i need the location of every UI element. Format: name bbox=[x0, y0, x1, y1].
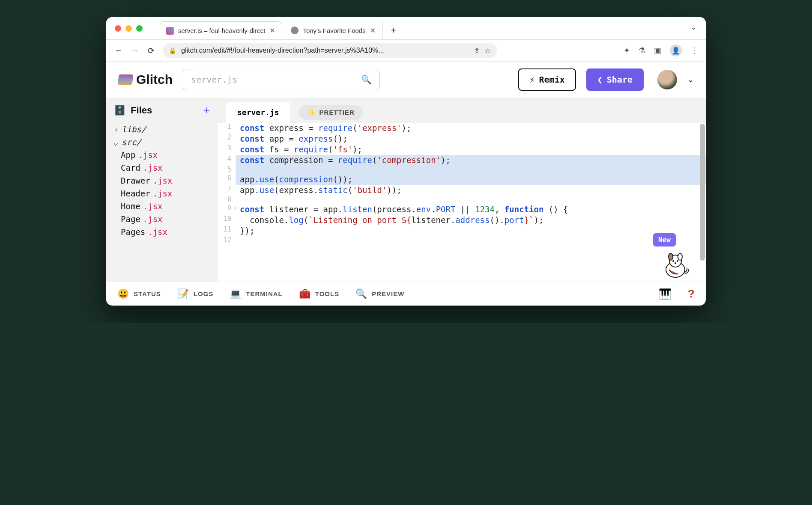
labs-icon[interactable]: ⚗ bbox=[639, 46, 645, 55]
code-line: 11}); bbox=[218, 226, 706, 236]
url-text: glitch.com/edit/#!/foul-heavenly-directi… bbox=[181, 47, 469, 54]
url-input[interactable]: 🔒 glitch.com/edit/#!/foul-heavenly-direc… bbox=[163, 43, 497, 58]
editor-tab-active[interactable]: server.js bbox=[226, 102, 290, 123]
toolbar-item-status[interactable]: 😃STATUS bbox=[117, 288, 161, 300]
code-line: 12 bbox=[218, 236, 706, 245]
line-number: 8 bbox=[218, 196, 236, 204]
code-line: 10 console.log(`Listening on port ${list… bbox=[218, 215, 706, 226]
share-button[interactable]: ❮ Share bbox=[586, 68, 644, 91]
back-button[interactable]: ← bbox=[114, 46, 123, 55]
toolbar-item-logs[interactable]: 📝LOGS bbox=[177, 288, 214, 300]
code-text[interactable]: app.use(compression()); bbox=[236, 174, 706, 185]
line-number: 11 bbox=[218, 226, 236, 236]
browser-window: server.js – foul-heavenly-direct ✕ Tony'… bbox=[106, 17, 706, 306]
sparkle-icon: ✨ bbox=[307, 109, 316, 116]
toolbar-item-preview[interactable]: 🔍PREVIEW bbox=[355, 288, 404, 300]
browser-tab-active[interactable]: server.js – foul-heavenly-direct ✕ bbox=[160, 21, 282, 39]
chevron-right-icon: › bbox=[113, 125, 119, 134]
new-badge[interactable]: New bbox=[653, 233, 676, 247]
piano-icon[interactable]: 🎹 bbox=[659, 288, 672, 300]
tabs-dropdown-icon[interactable]: ⌄ bbox=[691, 23, 696, 31]
code-text[interactable]: console.log(`Listening on port ${listene… bbox=[236, 215, 706, 226]
browser-action-icons: ✦ ⚗ ▣ 👤 ⋮ bbox=[624, 45, 698, 56]
file-item[interactable]: App.jsx bbox=[106, 149, 218, 161]
line-number: 1 bbox=[218, 123, 236, 134]
line-number: 3 bbox=[218, 144, 236, 155]
code-text[interactable] bbox=[236, 236, 706, 245]
sidepanel-icon[interactable]: ▣ bbox=[654, 46, 661, 55]
glitch-logo-icon bbox=[117, 74, 133, 85]
file-item[interactable]: Header.jsx bbox=[106, 187, 218, 200]
code-line: 8 bbox=[218, 196, 706, 204]
files-header: 🗄️ Files + bbox=[106, 98, 218, 123]
chevron-down-icon: ⌄ bbox=[113, 137, 119, 147]
browser-tab[interactable]: Tony's Favorite Foods ✕ bbox=[285, 21, 382, 39]
toolbar-icon: 📝 bbox=[177, 288, 189, 300]
search-icon: 🔍 bbox=[361, 74, 372, 85]
main-content: 🗄️ Files + › libs/ ⌄ src/ App.jsxCard.js… bbox=[106, 98, 706, 282]
close-window-icon[interactable] bbox=[115, 25, 121, 32]
toolbar-icon: 😃 bbox=[117, 288, 129, 300]
toolbar-item-terminal[interactable]: 💻TERMINAL bbox=[230, 288, 283, 300]
help-button[interactable]: ? bbox=[688, 287, 695, 300]
file-item[interactable]: Drawer.jsx bbox=[106, 174, 218, 187]
line-number: 6 bbox=[218, 174, 236, 185]
search-placeholder: server.js bbox=[191, 74, 237, 85]
file-item[interactable]: Page.jsx bbox=[106, 213, 218, 226]
close-tab-icon[interactable]: ✕ bbox=[370, 27, 376, 35]
lock-icon: 🔒 bbox=[169, 47, 176, 54]
folder-item[interactable]: › libs/ bbox=[106, 123, 218, 136]
code-text[interactable] bbox=[236, 196, 706, 204]
vertical-scrollbar[interactable] bbox=[700, 124, 705, 261]
add-file-button[interactable]: + bbox=[203, 104, 210, 117]
file-item[interactable]: Pages.jsx bbox=[106, 226, 218, 238]
bolt-icon: ⚡ bbox=[529, 74, 534, 85]
profile-avatar-icon[interactable]: 👤 bbox=[670, 45, 682, 56]
new-tab-button[interactable]: + bbox=[386, 21, 401, 39]
line-number: 2 bbox=[218, 134, 236, 144]
window-controls bbox=[115, 17, 143, 39]
user-menu-chevron-icon[interactable]: ⌄ bbox=[687, 75, 694, 84]
code-text[interactable]: const listener = app.listen(process.env.… bbox=[236, 204, 706, 215]
glitch-mascot-icon[interactable] bbox=[660, 249, 690, 279]
close-tab-icon[interactable]: ✕ bbox=[269, 27, 275, 35]
code-text[interactable] bbox=[236, 166, 706, 174]
app-header: Glitch server.js 🔍 ⚡ Remix ❮ Share ⌄ bbox=[106, 62, 706, 98]
search-input[interactable]: server.js 🔍 bbox=[183, 69, 380, 90]
code-text[interactable]: const express = require('express'); bbox=[236, 123, 706, 134]
code-text[interactable]: }); bbox=[236, 226, 706, 236]
file-item[interactable]: Card.jsx bbox=[106, 161, 218, 174]
file-item[interactable]: Home.jsx bbox=[106, 200, 218, 213]
forward-button[interactable]: → bbox=[130, 46, 140, 55]
bottom-toolbar: 😃STATUS📝LOGS💻TERMINAL🧰TOOLS🔍PREVIEW 🎹 ? bbox=[106, 282, 706, 306]
code-text[interactable]: app.use(express.static('build')); bbox=[236, 185, 706, 196]
bookmark-icon[interactable]: ☆ bbox=[485, 47, 491, 55]
tab-title: Tony's Favorite Foods bbox=[303, 27, 365, 34]
browser-menu-icon[interactable]: ⋮ bbox=[690, 46, 698, 55]
reload-button[interactable]: ⟳ bbox=[146, 46, 156, 56]
folder-item[interactable]: ⌄ src/ bbox=[106, 136, 218, 149]
user-avatar[interactable] bbox=[657, 70, 677, 89]
code-line: 7app.use(express.static('build')); bbox=[218, 185, 706, 196]
line-number: 7 bbox=[218, 185, 236, 196]
maximize-window-icon[interactable] bbox=[136, 25, 143, 32]
code-line: 2const app = express(); bbox=[218, 134, 706, 144]
code-text[interactable]: const app = express(); bbox=[236, 134, 706, 144]
extension-icon[interactable]: ✦ bbox=[624, 46, 630, 55]
fold-icon[interactable]: ⌄ bbox=[233, 204, 236, 211]
toolbar-item-tools[interactable]: 🧰TOOLS bbox=[299, 288, 339, 300]
glitch-logo[interactable]: Glitch bbox=[118, 72, 173, 87]
code-text[interactable]: const fs = require('fs'); bbox=[236, 144, 706, 155]
code-text[interactable]: const compression = require('compression… bbox=[236, 155, 706, 166]
line-number: 9⌄ bbox=[218, 204, 236, 215]
svg-point-4 bbox=[672, 260, 674, 262]
share-url-icon[interactable]: ⇪ bbox=[474, 47, 480, 55]
code-editor: server.js ✨ PRETTIER 1const express = re… bbox=[218, 98, 706, 282]
tab-favicon bbox=[291, 27, 299, 34]
code-line: 5 bbox=[218, 166, 706, 174]
code-area[interactable]: 1const express = require('express');2con… bbox=[218, 123, 706, 282]
minimize-window-icon[interactable] bbox=[125, 25, 132, 32]
prettier-button[interactable]: ✨ PRETTIER bbox=[299, 105, 363, 120]
toolbar-icon: 🔍 bbox=[355, 288, 367, 300]
remix-button[interactable]: ⚡ Remix bbox=[518, 68, 576, 91]
